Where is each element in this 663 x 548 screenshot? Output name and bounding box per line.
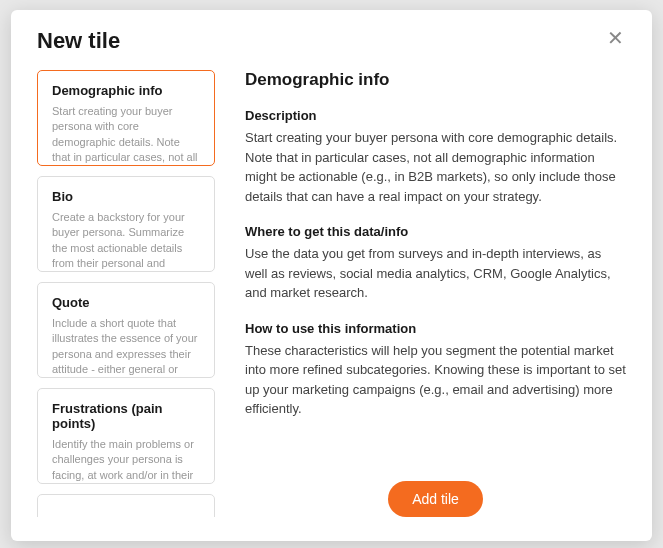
tile-option-desc: Include a short quote that illustrates t… xyxy=(52,316,200,378)
detail-title: Demographic info xyxy=(245,70,626,90)
tile-option-title: Frustrations (pain points) xyxy=(52,401,200,431)
tile-option-title: Quote xyxy=(52,295,200,310)
tile-option-desc: Start creating your buyer persona with c… xyxy=(52,104,200,166)
tile-type-list[interactable]: Demographic info Start creating your buy… xyxy=(37,70,223,517)
tile-option-title: Demographic info xyxy=(52,83,200,98)
modal-header: New tile ✕ xyxy=(37,28,626,54)
tile-option-desc: Create a backstory for your buyer person… xyxy=(52,210,200,272)
detail-heading: How to use this information xyxy=(245,321,626,336)
modal-body: Demographic info Start creating your buy… xyxy=(37,70,626,517)
detail-heading: Description xyxy=(245,108,626,123)
tile-option-frustrations[interactable]: Frustrations (pain points) Identify the … xyxy=(37,388,215,484)
tile-option-quote[interactable]: Quote Include a short quote that illustr… xyxy=(37,282,215,378)
detail-section-how: How to use this information These charac… xyxy=(245,321,626,419)
tile-detail-pane: Demographic info Description Start creat… xyxy=(245,70,626,517)
close-button[interactable]: ✕ xyxy=(605,28,626,48)
detail-text: Use the data you get from surveys and in… xyxy=(245,244,626,303)
tile-option-demographic[interactable]: Demographic info Start creating your buy… xyxy=(37,70,215,166)
tile-option-title: Bio xyxy=(52,189,200,204)
detail-text: Start creating your buyer persona with c… xyxy=(245,128,626,206)
tile-option-bio[interactable]: Bio Create a backstory for your buyer pe… xyxy=(37,176,215,272)
close-icon: ✕ xyxy=(607,27,624,49)
modal-title: New tile xyxy=(37,28,120,54)
tile-detail-content: Demographic info Description Start creat… xyxy=(245,70,626,467)
tile-option-next[interactable] xyxy=(37,494,215,517)
detail-footer: Add tile xyxy=(245,467,626,517)
add-tile-button[interactable]: Add tile xyxy=(388,481,483,517)
detail-section-where: Where to get this data/info Use the data… xyxy=(245,224,626,303)
detail-heading: Where to get this data/info xyxy=(245,224,626,239)
new-tile-modal: New tile ✕ Demographic info Start creati… xyxy=(11,10,652,541)
tile-option-desc: Identify the main problems or challenges… xyxy=(52,437,200,484)
detail-section-description: Description Start creating your buyer pe… xyxy=(245,108,626,206)
detail-text: These characteristics will help you segm… xyxy=(245,341,626,419)
